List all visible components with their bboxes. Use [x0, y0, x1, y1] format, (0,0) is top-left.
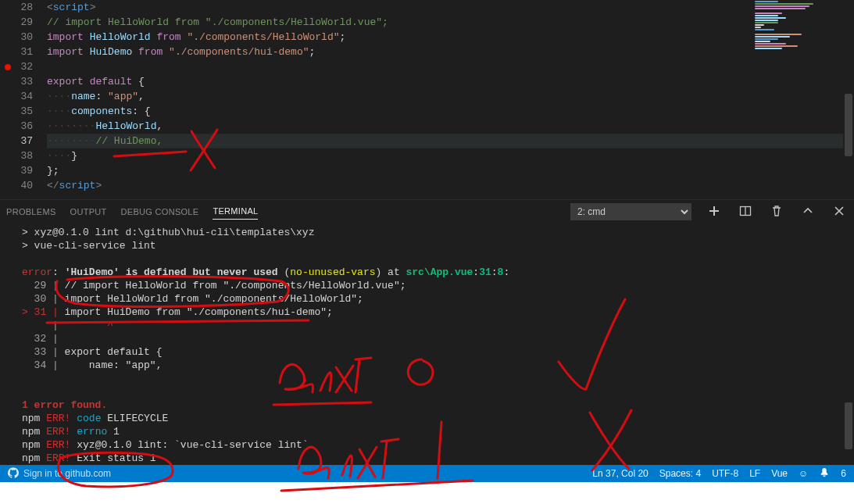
code-area[interactable]: <script>// import HelloWorld from "./com…: [47, 0, 854, 199]
line-number: 37: [0, 134, 33, 148]
terminal-line: 30 | import HelloWorld from "./component…: [22, 292, 846, 306]
code-line[interactable]: };: [47, 163, 854, 178]
line-number: 31: [0, 45, 33, 59]
chevron-up-icon: [802, 205, 814, 219]
editor-scrollbar[interactable]: [843, 0, 854, 199]
code-line[interactable]: ····name: "app",: [47, 89, 854, 104]
breakpoint-indicator[interactable]: [5, 64, 11, 70]
blank-area: [0, 482, 854, 504]
plus-icon: [708, 205, 720, 219]
code-line[interactable]: ········HelloWorld,: [47, 119, 854, 134]
code-line[interactable]: ····components: {: [47, 104, 854, 119]
terminal-line: npm ERR! xyz@0.1.0 lint: `vue-cli-servic…: [22, 438, 846, 452]
split-icon: [739, 205, 752, 219]
line-number: 40: [0, 178, 33, 193]
new-terminal-button[interactable]: [706, 203, 723, 220]
terminal-line: 32 |: [22, 332, 846, 345]
github-icon: [8, 467, 19, 481]
code-line[interactable]: ········// HuiDemo,: [47, 134, 854, 148]
terminal-line: 29 | // import HelloWorld from "./compon…: [22, 279, 846, 292]
split-terminal-button[interactable]: [737, 203, 754, 220]
terminal-line: [22, 385, 846, 399]
trash-icon: [770, 205, 783, 219]
terminal-pane[interactable]: > xyz@0.1.0 lint d:\github\hui-cli\templ…: [0, 223, 854, 465]
line-number: 38: [0, 148, 33, 163]
code-line[interactable]: import HuiDemo from "./components/hui-de…: [47, 45, 854, 59]
line-number: 28: [0, 0, 33, 15]
close-icon: [833, 205, 845, 219]
code-line[interactable]: </script>: [47, 178, 854, 193]
terminal-line: 1 error found.: [22, 399, 846, 412]
status-ln-col[interactable]: Ln 37, Col 20: [592, 468, 648, 479]
terminal-line: > 31 | import HuiDemo from "./components…: [22, 306, 846, 319]
line-number-gutter: 28293031323334353637383940: [0, 0, 47, 199]
close-panel-button[interactable]: [831, 203, 848, 220]
line-number: 35: [0, 104, 33, 119]
terminal-scrollbar-thumb[interactable]: [845, 402, 852, 449]
terminal-selector[interactable]: 2: cmd: [570, 203, 691, 220]
code-line[interactable]: [47, 59, 854, 74]
terminal-line: [22, 252, 846, 266]
editor-scrollbar-thumb[interactable]: [845, 94, 852, 156]
code-line[interactable]: // import HelloWorld from "./components/…: [47, 15, 854, 30]
status-feedback[interactable]: ☺: [799, 468, 808, 479]
kill-terminal-button[interactable]: [768, 203, 785, 220]
terminal-line: 33 | export default {: [22, 345, 846, 359]
status-eol[interactable]: LF: [749, 468, 760, 479]
terminal-line: npm ERR! Exit status 1: [22, 452, 846, 465]
line-number: 36: [0, 119, 33, 134]
editor-pane[interactable]: 28293031323334353637383940 <script>// im…: [0, 0, 854, 199]
terminal-line: > xyz@0.1.0 lint d:\github\hui-cli\templ…: [22, 226, 846, 239]
status-bar: Sign in to github.com Ln 37, Col 20 Spac…: [0, 465, 854, 482]
line-number: 39: [0, 163, 33, 178]
bell-icon[interactable]: [819, 467, 830, 481]
terminal-line: | ^: [22, 319, 846, 332]
code-line[interactable]: <script>: [47, 0, 854, 15]
status-spaces[interactable]: Spaces: 4: [659, 468, 701, 479]
terminal-line: error: 'HuiDemo' is defined but never us…: [22, 266, 846, 279]
tab-debug-console[interactable]: DEBUG CONSOLE: [121, 204, 199, 220]
line-number: 30: [0, 30, 33, 45]
code-line[interactable]: import HelloWorld from "./components/Hel…: [47, 30, 854, 45]
tab-terminal[interactable]: TERMINAL: [213, 203, 258, 220]
tab-output[interactable]: OUTPUT: [70, 204, 107, 220]
status-encoding[interactable]: UTF-8: [712, 468, 738, 479]
status-notifications[interactable]: 6: [841, 468, 846, 479]
maximize-panel-button[interactable]: [799, 203, 816, 220]
terminal-line: npm ERR! errno 1: [22, 425, 846, 438]
tab-problems[interactable]: PROBLEMS: [6, 204, 56, 220]
line-number: 29: [0, 15, 33, 30]
status-language[interactable]: Vue: [771, 468, 788, 479]
code-line[interactable]: ····}: [47, 148, 854, 163]
line-number: 33: [0, 74, 33, 89]
terminal-line: 34 | name: "app",: [22, 359, 846, 372]
terminal-line: [22, 372, 846, 385]
terminal-scrollbar[interactable]: [843, 223, 854, 465]
status-signin[interactable]: Sign in to github.com: [23, 468, 111, 479]
panel-tabbar: PROBLEMS OUTPUT DEBUG CONSOLE TERMINAL 2…: [0, 199, 854, 223]
terminal-line: npm ERR! code ELIFECYCLE: [22, 412, 846, 425]
code-line[interactable]: export default {: [47, 74, 854, 89]
terminal-line: > vue-cli-service lint: [22, 239, 846, 252]
line-number: 34: [0, 89, 33, 104]
